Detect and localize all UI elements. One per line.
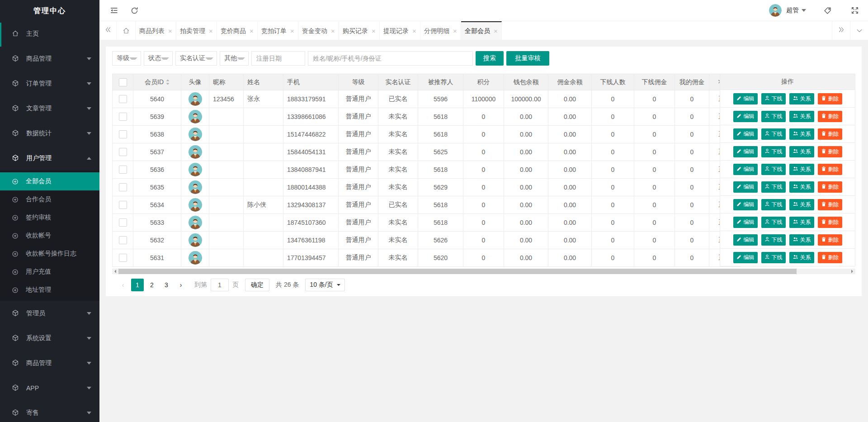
page-number-3[interactable]: 3 <box>160 279 173 291</box>
relation-button[interactable]: 关系 <box>789 199 814 210</box>
column-header[interactable]: 会员ID <box>133 74 181 90</box>
delete-button[interactable]: 删除 <box>818 128 842 140</box>
row-checkbox[interactable] <box>119 113 127 121</box>
offline-button[interactable]: 下线 <box>761 199 786 210</box>
batch-review-button[interactable]: 批量审核 <box>506 51 549 66</box>
sidebar-item-article-manage[interactable]: 文章管理 <box>0 96 99 121</box>
tab-commission-details[interactable]: 分佣明细× <box>420 21 461 40</box>
sidebar-item-consignment[interactable]: 寄售 <box>0 400 99 422</box>
delete-button[interactable]: 删除 <box>818 93 842 104</box>
filter-select-realname[interactable]: 实名认证 <box>175 51 217 66</box>
offline-button[interactable]: 下线 <box>761 111 786 122</box>
row-checkbox[interactable] <box>119 183 127 191</box>
sidebar-item-admin[interactable]: 管理员 <box>0 301 99 326</box>
tab-auction-manage[interactable]: 拍卖管理× <box>176 21 217 40</box>
tab-bidding-goods[interactable]: 竞价商品× <box>217 21 258 40</box>
offline-button[interactable]: 下线 <box>761 93 786 104</box>
page-next-icon[interactable]: › <box>175 279 187 291</box>
relation-button[interactable]: 关系 <box>789 146 814 157</box>
jump-confirm-button[interactable]: 确定 <box>245 279 269 291</box>
sidebar-item-user-manage[interactable]: 用户管理 <box>0 146 99 171</box>
relation-button[interactable]: 关系 <box>789 217 814 228</box>
edit-button[interactable]: 编辑 <box>733 217 758 228</box>
user-avatar[interactable] <box>769 4 782 17</box>
page-number-1[interactable]: 1 <box>131 279 144 291</box>
tab-close-icon[interactable]: × <box>209 28 213 34</box>
edit-button[interactable]: 编辑 <box>733 181 758 193</box>
delete-button[interactable]: 删除 <box>818 217 842 228</box>
tab-auction-orders[interactable]: 竞拍订单× <box>258 21 298 40</box>
page-size-select[interactable]: 10 条/页 <box>305 279 344 291</box>
tab-withdraw-records[interactable]: 提现记录× <box>380 21 420 40</box>
sidebar-item-system-settings[interactable]: 系统设置 <box>0 326 99 351</box>
row-checkbox[interactable] <box>119 130 127 138</box>
refresh-icon[interactable] <box>130 6 139 15</box>
delete-button[interactable]: 删除 <box>818 199 842 210</box>
edit-button[interactable]: 编辑 <box>733 146 758 157</box>
tabs-menu-icon[interactable] <box>850 21 868 40</box>
tag-icon[interactable] <box>823 6 832 15</box>
offline-button[interactable]: 下线 <box>761 146 786 157</box>
edit-button[interactable]: 编辑 <box>733 199 758 210</box>
tab-close-icon[interactable]: × <box>494 28 498 34</box>
tab-close-icon[interactable]: × <box>453 28 457 34</box>
row-checkbox[interactable] <box>119 218 127 227</box>
offline-button[interactable]: 下线 <box>761 217 786 228</box>
relation-button[interactable]: 关系 <box>789 164 814 175</box>
sidebar-item-address-manage[interactable]: 地址管理 <box>0 281 99 299</box>
row-checkbox[interactable] <box>119 95 127 103</box>
sidebar-item-product-manage[interactable]: 商品管理 <box>0 46 99 71</box>
tabs-scroll-right-icon[interactable] <box>832 21 850 40</box>
filter-select-status[interactable]: 状态 <box>144 51 173 66</box>
offline-button[interactable]: 下线 <box>761 128 786 140</box>
relation-button[interactable]: 关系 <box>789 93 814 104</box>
row-checkbox[interactable] <box>119 236 127 244</box>
delete-button[interactable]: 删除 <box>818 111 842 122</box>
offline-button[interactable]: 下线 <box>761 181 786 193</box>
edit-button[interactable]: 编辑 <box>733 128 758 140</box>
offline-button[interactable]: 下线 <box>761 164 786 175</box>
tab-purchase-records[interactable]: 购买记录× <box>339 21 380 40</box>
jump-page-input[interactable] <box>211 279 229 291</box>
scrollbar-thumb[interactable] <box>118 269 797 274</box>
edit-button[interactable]: 编辑 <box>733 164 758 175</box>
tab-product-list[interactable]: 商品列表× <box>136 21 176 40</box>
delete-button[interactable]: 删除 <box>818 146 842 157</box>
row-checkbox[interactable] <box>119 254 127 262</box>
filter-input-keyword[interactable] <box>308 51 473 66</box>
edit-button[interactable]: 编辑 <box>733 252 758 263</box>
page-number-2[interactable]: 2 <box>146 279 158 291</box>
offline-button[interactable]: 下线 <box>761 252 786 263</box>
username[interactable]: 超管 <box>786 6 799 14</box>
row-checkbox[interactable] <box>119 201 127 209</box>
home-icon[interactable] <box>117 21 136 40</box>
page-prev-icon[interactable]: ‹ <box>117 279 129 291</box>
delete-button[interactable]: 删除 <box>818 181 842 193</box>
scrollbar-left-arrow-icon[interactable] <box>112 269 118 274</box>
delete-button[interactable]: 删除 <box>818 234 842 246</box>
relation-button[interactable]: 关系 <box>789 252 814 263</box>
sidebar-item-product-manage-2[interactable]: 商品管理 <box>0 351 99 375</box>
tab-close-icon[interactable]: × <box>372 28 376 34</box>
tab-close-icon[interactable]: × <box>168 28 172 34</box>
tab-fund-changes[interactable]: 资金变动× <box>298 21 339 40</box>
scrollbar-right-arrow-icon[interactable] <box>849 269 855 274</box>
sidebar-item-partner-members[interactable]: 合作会员 <box>0 190 99 209</box>
sidebar-item-payment-account[interactable]: 收款帐号 <box>0 227 99 245</box>
edit-button[interactable]: 编辑 <box>733 93 758 104</box>
filter-select-other[interactable]: 其他 <box>220 51 249 66</box>
sidebar-item-sign-review[interactable]: 签约审核 <box>0 209 99 227</box>
filter-select-level[interactable]: 等级 <box>112 51 141 66</box>
row-checkbox[interactable] <box>119 148 127 156</box>
relation-button[interactable]: 关系 <box>789 181 814 193</box>
tab-close-icon[interactable]: × <box>290 28 294 34</box>
tab-close-icon[interactable]: × <box>331 28 335 34</box>
filter-input-register-date[interactable] <box>251 51 305 66</box>
user-menu-caret-icon[interactable] <box>802 9 806 12</box>
sidebar-item-order-manage[interactable]: 订单管理 <box>0 71 99 96</box>
relation-button[interactable]: 关系 <box>789 128 814 140</box>
tab-close-icon[interactable]: × <box>250 28 254 34</box>
tab-all-members[interactable]: 全部会员× <box>461 21 502 40</box>
sidebar-item-payment-account-log[interactable]: 收款帐号操作日志 <box>0 245 99 263</box>
tab-close-icon[interactable]: × <box>412 28 416 34</box>
